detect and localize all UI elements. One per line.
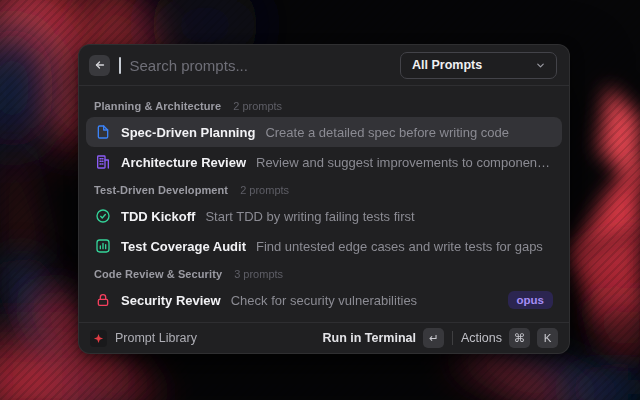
list-item-tdd-kickoff[interactable]: TDD Kickoff Start TDD by writing failing… <box>86 201 562 231</box>
run-in-terminal-label: Run in Terminal <box>322 331 416 345</box>
k-keycap: K <box>537 328 558 348</box>
check-circle-icon <box>95 208 111 224</box>
list-item-security-review[interactable]: Security Review Check for security vulne… <box>86 285 562 315</box>
item-title: Spec-Driven Planning <box>121 125 255 140</box>
section-header: Test-Driven Development 2 prompts <box>94 184 554 196</box>
list-item-test-coverage-audit[interactable]: Test Coverage Audit Find untested edge c… <box>86 231 562 261</box>
item-title: Test Coverage Audit <box>121 239 246 254</box>
actions-label: Actions <box>461 331 502 345</box>
item-description: Review and suggest improvements to compo… <box>256 155 553 170</box>
prompt-list: Planning & Architecture 2 prompts Spec-D… <box>79 86 569 322</box>
section-title: Planning & Architecture <box>94 100 221 112</box>
building-icon <box>95 154 111 170</box>
item-title: Architecture Review <box>121 155 246 170</box>
section-title: Test-Driven Development <box>94 184 228 196</box>
model-badge: opus <box>508 291 553 309</box>
item-description: Start TDD by writing failing tests first <box>205 209 414 224</box>
actions-button[interactable]: Actions ⌘ K <box>461 328 558 348</box>
section-header: Planning & Architecture 2 prompts <box>94 100 554 112</box>
item-description: Check for security vulnerabilities <box>231 293 417 308</box>
search-bar: All Prompts <box>79 45 569 86</box>
section-count: 2 prompts <box>233 100 282 112</box>
section-header: Code Review & Security 3 prompts <box>94 268 554 280</box>
star-icon <box>93 333 104 344</box>
chevron-down-icon <box>535 60 546 71</box>
item-description: Create a detailed spec before writing co… <box>265 125 509 140</box>
filter-dropdown-value: All Prompts <box>412 58 482 72</box>
section-count: 3 prompts <box>234 268 283 280</box>
section-count: 2 prompts <box>240 184 289 196</box>
app-name: Prompt Library <box>115 331 197 345</box>
prompt-palette: All Prompts Planning & Architecture 2 pr… <box>78 44 570 354</box>
item-title: Security Review <box>121 293 221 308</box>
footer-divider <box>452 331 453 345</box>
text-caret <box>119 57 121 74</box>
section-title: Code Review & Security <box>94 268 222 280</box>
command-keycap: ⌘ <box>509 328 530 348</box>
item-description: Find untested edge cases and write tests… <box>256 239 543 254</box>
footer-actions: Run in Terminal ↵ Actions ⌘ K <box>322 328 558 348</box>
item-title: TDD Kickoff <box>121 209 195 224</box>
app-logo-icon <box>90 330 107 347</box>
all-prompts-dropdown[interactable]: All Prompts <box>400 52 557 79</box>
bar-chart-icon <box>95 238 111 254</box>
run-in-terminal-button[interactable]: Run in Terminal ↵ <box>322 328 444 348</box>
lock-icon <box>95 292 111 308</box>
search-input[interactable] <box>130 57 392 74</box>
arrow-left-icon <box>94 59 106 71</box>
back-button[interactable] <box>89 55 110 76</box>
return-keycap: ↵ <box>423 328 444 348</box>
list-item-architecture-review[interactable]: Architecture Review Review and suggest i… <box>86 147 562 177</box>
document-icon <box>95 124 111 140</box>
list-item-spec-driven-planning[interactable]: Spec-Driven Planning Create a detailed s… <box>86 117 562 147</box>
palette-footer: Prompt Library Run in Terminal ↵ Actions… <box>79 322 569 353</box>
